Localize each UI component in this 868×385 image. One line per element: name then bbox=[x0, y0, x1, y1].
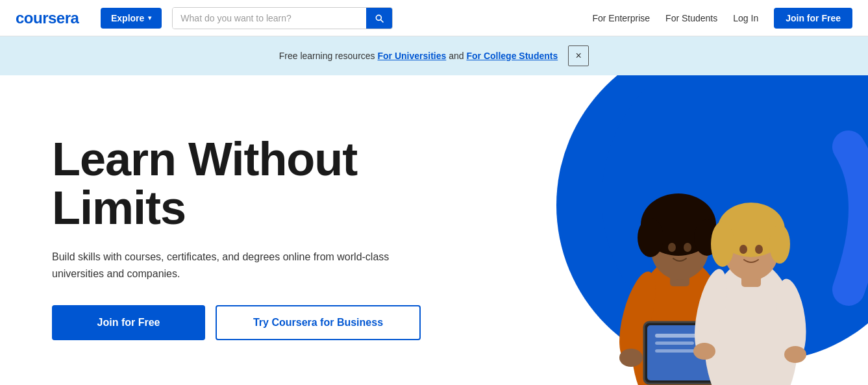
hero-section: Learn Without Limits Build skills with c… bbox=[0, 75, 868, 385]
svg-point-24 bbox=[769, 225, 790, 264]
search-button[interactable] bbox=[366, 8, 392, 29]
promo-banner: Free learning resources For Universities… bbox=[0, 36, 868, 75]
for-enterprise-link[interactable]: For Enterprise bbox=[592, 13, 650, 23]
nav-join-button[interactable]: Join for Free bbox=[774, 8, 852, 29]
explore-button[interactable]: Explore ▾ bbox=[101, 8, 162, 29]
hero-content: Learn Without Limits Build skills with c… bbox=[52, 135, 472, 340]
nav-links: For Enterprise For Students Log In Join … bbox=[592, 8, 852, 29]
hero-title: Learn Without Limits bbox=[52, 135, 472, 233]
search-bar bbox=[172, 7, 393, 29]
svg-point-26 bbox=[755, 245, 763, 254]
hero-join-button[interactable]: Join for Free bbox=[52, 305, 205, 340]
svg-point-8 bbox=[668, 243, 676, 252]
svg-point-9 bbox=[684, 243, 691, 252]
chevron-down-icon: ▾ bbox=[148, 14, 151, 21]
banner-close-button[interactable]: × bbox=[568, 45, 589, 66]
svg-point-30 bbox=[784, 346, 806, 363]
logo-svg: coursera bbox=[16, 9, 90, 27]
coursera-logo[interactable]: coursera bbox=[16, 9, 90, 27]
hero-subtitle: Build skills with courses, certificates,… bbox=[52, 249, 403, 282]
svg-point-23 bbox=[711, 221, 734, 267]
svg-rect-17 bbox=[655, 342, 694, 345]
svg-point-25 bbox=[739, 245, 747, 254]
hero-business-button[interactable]: Try Coursera for Business bbox=[216, 305, 421, 340]
universities-link[interactable]: For Universities bbox=[377, 51, 446, 61]
svg-point-12 bbox=[619, 349, 643, 367]
hero-image-area bbox=[530, 75, 868, 385]
explore-label: Explore bbox=[111, 13, 144, 23]
college-students-link[interactable]: For College Students bbox=[466, 51, 558, 61]
navbar: coursera Explore ▾ For Enterprise For St… bbox=[0, 0, 868, 36]
search-input[interactable] bbox=[173, 8, 366, 29]
hero-buttons: Join for Free Try Coursera for Business bbox=[52, 305, 472, 340]
svg-point-6 bbox=[638, 218, 663, 257]
svg-point-29 bbox=[693, 343, 715, 360]
login-link[interactable]: Log In bbox=[733, 13, 758, 23]
banner-text-prefix: Free learning resources bbox=[279, 51, 378, 61]
banner-text-middle: and bbox=[449, 51, 466, 61]
search-icon bbox=[374, 13, 384, 23]
for-students-link[interactable]: For Students bbox=[665, 13, 717, 23]
hero-illustration bbox=[530, 75, 868, 385]
banner-message: Free learning resources For Universities… bbox=[279, 51, 558, 61]
svg-text:coursera: coursera bbox=[16, 9, 80, 27]
